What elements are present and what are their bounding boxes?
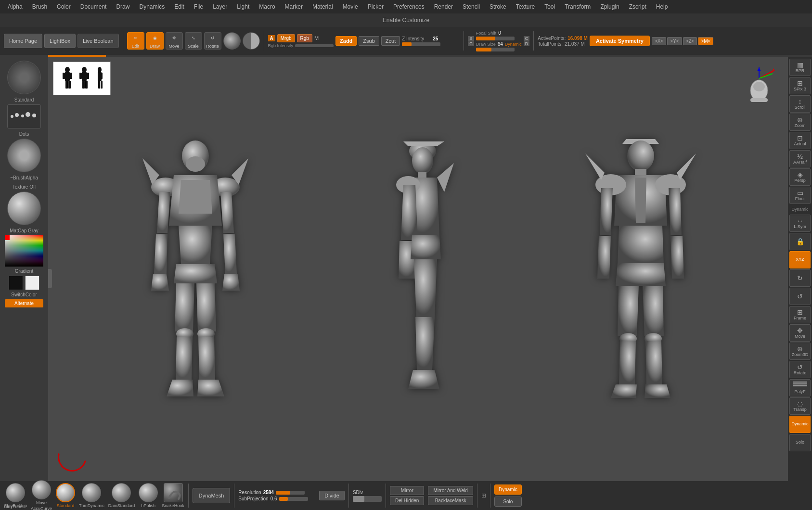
damstandard-brush[interactable]: DamStandard — [108, 483, 135, 508]
mirror-weld-button[interactable]: Mirror And Weld — [428, 486, 473, 495]
c-right-indicator[interactable]: C — [524, 36, 530, 41]
menu-file[interactable]: File — [190, 2, 207, 11]
expand-icon[interactable]: ⊞ — [481, 492, 486, 499]
menu-render[interactable]: Render — [430, 2, 457, 11]
matcap-preview[interactable] — [7, 191, 41, 225]
scroll-button[interactable]: ↕ Scroll — [789, 95, 811, 113]
menu-brush[interactable]: Brush — [28, 2, 51, 11]
menu-zplugin[interactable]: Zplugin — [596, 2, 623, 11]
menu-texture[interactable]: Texture — [512, 2, 539, 11]
persp-button[interactable]: ◈ Persp — [789, 168, 811, 186]
lock-button[interactable]: 🔒 — [789, 233, 811, 250]
menu-document[interactable]: Document — [77, 2, 111, 11]
z-intensity-slider[interactable] — [402, 42, 440, 46]
menu-material[interactable]: Material — [309, 2, 337, 11]
resolution-track[interactable] — [276, 491, 305, 495]
lightbox-button[interactable]: LightBox — [44, 34, 76, 48]
menu-stroke[interactable]: Stroke — [486, 2, 510, 11]
move-view-button[interactable]: ✥ Move — [789, 324, 811, 342]
hpolish-brush[interactable]: hPolish — [139, 483, 158, 508]
spix-button[interactable]: ⊞ SPix 3 — [789, 77, 811, 94]
rotate2-button[interactable]: ↺ — [789, 288, 811, 305]
frame-button[interactable]: ⊞ Frame — [789, 306, 811, 323]
xyz-button[interactable]: XYZ — [789, 251, 811, 268]
d-indicator[interactable]: D — [524, 41, 530, 46]
activate-symmetry-button[interactable]: Activate Symmetry — [590, 36, 650, 46]
material-preview-sphere[interactable] — [223, 32, 241, 50]
orientation-cube[interactable] — [740, 66, 778, 105]
axis-m-button[interactable]: >M< — [698, 37, 713, 45]
brush-preview[interactable] — [7, 61, 41, 94]
focal-shift-slider[interactable] — [476, 37, 515, 40]
del-hidden-button[interactable]: Del Hidden — [390, 496, 424, 505]
menu-help[interactable]: Help — [652, 2, 672, 11]
trimdynamic-brush[interactable]: TrimDynamic — [79, 483, 104, 508]
menu-light[interactable]: Light — [233, 2, 253, 11]
menu-alpha[interactable]: Alpha — [4, 2, 26, 11]
c-indicator[interactable]: C — [468, 41, 474, 46]
menu-macro[interactable]: Macro — [255, 2, 279, 11]
live-boolean-button[interactable]: Live Boolean — [77, 34, 119, 48]
s-indicator[interactable]: S — [468, 36, 474, 41]
bpr-button[interactable]: ▦ BPR — [789, 59, 811, 76]
zcut-button[interactable]: Zcut — [381, 36, 400, 46]
subprojection-track[interactable] — [279, 497, 308, 501]
edit-tool-button[interactable]: ✏ Edit — [127, 32, 144, 50]
zoom-button[interactable]: ⊕ Zoom — [789, 114, 811, 131]
lsym-button[interactable]: ↔ L.Sym — [789, 215, 811, 232]
claytube-brush[interactable]: ClayTubes — [4, 504, 25, 509]
menu-dynamics[interactable]: Dynamics — [135, 2, 168, 11]
material-half-sphere[interactable] — [243, 32, 260, 50]
menu-zscript[interactable]: Zscript — [625, 2, 650, 11]
solo-button[interactable]: Solo — [789, 434, 811, 451]
zoom3d-button[interactable]: ⊕ Zoom3D — [789, 343, 811, 360]
rgb-button[interactable]: Rgb — [297, 34, 312, 42]
rotate-tool-button[interactable]: ↺ Rotate — [204, 32, 221, 50]
axis-x-button[interactable]: >X< — [652, 37, 666, 45]
alternate-button[interactable]: Alternate — [5, 299, 43, 307]
color-picker-hue[interactable] — [5, 235, 43, 267]
move-brush[interactable]: Move AccuCurve — [31, 480, 52, 510]
draw-tool-button[interactable]: ◉ Draw — [146, 32, 164, 50]
menu-transform[interactable]: Transform — [561, 2, 594, 11]
menu-stencil[interactable]: Stencil — [459, 2, 484, 11]
floor-button[interactable]: ▭ Floor — [789, 187, 811, 204]
menu-preferences[interactable]: Preferences — [389, 2, 428, 11]
menu-movie[interactable]: Movie — [339, 2, 362, 11]
alpha-preview[interactable] — [7, 139, 41, 172]
viewport[interactable] — [48, 57, 788, 481]
divide-button[interactable]: Divide — [319, 491, 345, 500]
axis-y-button[interactable]: >Y< — [667, 37, 682, 45]
foreground-color-swatch[interactable] — [9, 276, 23, 290]
rotate-view-button[interactable]: ↺ Rotate — [789, 361, 811, 378]
solo-toggle-button[interactable]: Solo — [494, 497, 522, 507]
menu-picker[interactable]: Picker — [364, 2, 387, 11]
dynamesh-button[interactable]: DynaMesh — [193, 488, 231, 503]
snakehook-brush[interactable]: SnakeHook — [162, 483, 184, 508]
rotate1-button[interactable]: ↻ — [789, 269, 811, 287]
zsub-button[interactable]: Zsub — [359, 36, 379, 46]
mirror-button[interactable]: Mirror — [390, 486, 424, 495]
dynamic-toggle-button[interactable]: Dynamic — [494, 484, 522, 495]
mrgb-button[interactable]: Mrgb — [277, 34, 295, 42]
menu-draw[interactable]: Draw — [112, 2, 133, 11]
dots-preview[interactable] — [7, 104, 41, 128]
menu-tool[interactable]: Tool — [541, 2, 559, 11]
draw-size-slider[interactable] — [476, 48, 515, 51]
standard-brush[interactable]: Standard — [56, 483, 75, 508]
aahalf-button[interactable]: ½ AAHalf — [789, 150, 811, 167]
scroll-hint[interactable] — [48, 269, 52, 288]
transp-button[interactable]: ◌ Transp — [789, 397, 811, 415]
menu-edit[interactable]: Edit — [170, 2, 188, 11]
menu-layer[interactable]: Layer — [209, 2, 231, 11]
scale-tool-button[interactable]: ⤡ Scale — [185, 32, 202, 50]
menu-color[interactable]: Color — [53, 2, 75, 11]
dynamic-bottom-btn[interactable]: Dynamic — [789, 416, 811, 433]
rgb-intensity-slider[interactable] — [295, 44, 334, 47]
zadd-button[interactable]: Zadd — [335, 36, 357, 46]
home-button[interactable]: Home Page — [4, 34, 42, 48]
sdiv-slider[interactable] — [353, 496, 382, 502]
backface-button[interactable]: BackfaceMask — [428, 496, 473, 505]
axis-z-button[interactable]: >Z< — [683, 37, 697, 45]
actual-button[interactable]: ⊡ Actual — [789, 132, 811, 149]
